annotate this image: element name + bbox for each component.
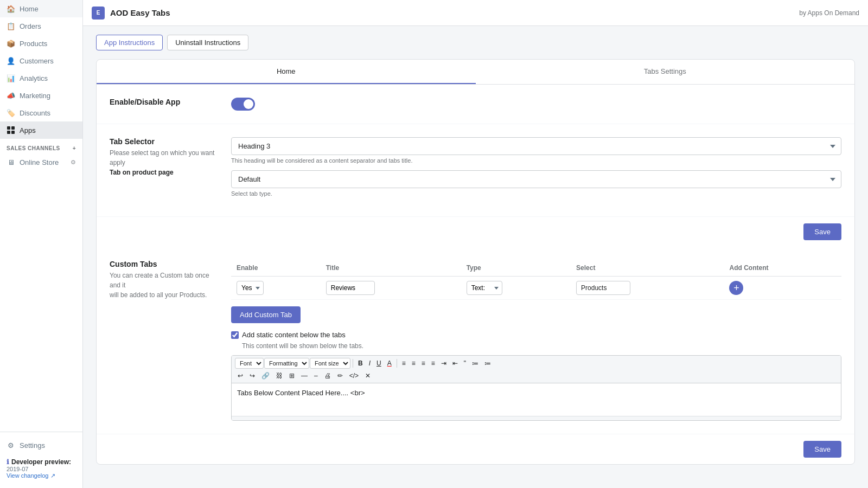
sidebar-item-label-apps: Apps bbox=[20, 126, 36, 134]
rte-font-dropdown[interactable]: Font bbox=[235, 358, 264, 369]
app-title: AOD Easy Tabs bbox=[110, 8, 170, 17]
custom-tabs-left: Custom Tabs You can create a Custom tab … bbox=[110, 260, 218, 421]
rte-divider-2 bbox=[397, 359, 397, 368]
main-content: E AOD Easy Tabs by Apps On Demand App In… bbox=[83, 0, 868, 488]
sidebar-item-label-products: Products bbox=[20, 40, 47, 48]
rte-align-justify-button[interactable]: ≡ bbox=[429, 358, 438, 368]
custom-tabs-title: Custom Tabs bbox=[110, 260, 218, 268]
col-type: Type bbox=[461, 260, 571, 277]
developer-preview: ℹ Developer preview: 2019-07 View change… bbox=[0, 454, 82, 484]
static-content-label[interactable]: Add static content below the tabs bbox=[242, 331, 346, 339]
sales-channels-label: SALES CHANNELS bbox=[7, 145, 60, 151]
main-card: Home Tabs Settings Enable/Disable App bbox=[96, 59, 855, 465]
static-content-checkbox-row: Add static content below the tabs bbox=[231, 331, 841, 339]
sidebar-item-online-store[interactable]: 🖥 Online Store ⚙ bbox=[0, 153, 82, 171]
rte-source-button[interactable]: </> bbox=[347, 371, 361, 381]
sidebar-item-discounts[interactable]: 🏷️ Discounts bbox=[0, 104, 82, 121]
type-select-group: Default Accordion Vertical Select tab ty… bbox=[231, 170, 841, 197]
tab-home[interactable]: Home bbox=[97, 60, 476, 84]
rte-hr-button[interactable]: — bbox=[298, 371, 310, 381]
online-store-gear-icon[interactable]: ⚙ bbox=[71, 159, 76, 166]
rte-underline-button[interactable]: U bbox=[374, 358, 384, 368]
rte-ul-button[interactable]: ≔ bbox=[469, 358, 481, 368]
rte-color-button[interactable]: A bbox=[385, 358, 394, 368]
save-button[interactable]: Save bbox=[803, 223, 841, 240]
svg-rect-0 bbox=[7, 126, 10, 130]
sidebar-item-settings[interactable]: ⚙ Settings bbox=[0, 436, 82, 454]
custom-tabs-section: Custom Tabs You can create a Custom tab … bbox=[97, 247, 854, 434]
row-select-field: Products bbox=[576, 281, 630, 295]
rte-align-center-button[interactable]: ≡ bbox=[409, 358, 418, 368]
custom-tabs-table: Enable Title Type Select Add Content bbox=[231, 260, 841, 300]
marketing-icon: 📣 bbox=[7, 91, 15, 100]
rte-undo-button[interactable]: ↩ bbox=[235, 371, 246, 381]
sidebar-item-products[interactable]: 📦 Products bbox=[0, 35, 82, 52]
rte-ol-button[interactable]: ≔ bbox=[482, 358, 494, 368]
enable-toggle[interactable] bbox=[231, 98, 255, 111]
rte-formatting-dropdown[interactable]: Formatting bbox=[264, 358, 309, 369]
sidebar-item-apps[interactable]: Apps bbox=[0, 121, 82, 139]
rte-fontsize-dropdown[interactable]: Font size bbox=[310, 358, 350, 369]
app-instructions-button[interactable]: App Instructions bbox=[96, 35, 163, 50]
rte-remove-button[interactable]: ✕ bbox=[362, 371, 373, 381]
sidebar-item-analytics[interactable]: 📊 Analytics bbox=[0, 69, 82, 87]
rte-bold-button[interactable]: B bbox=[355, 358, 366, 368]
uninstall-instructions-button[interactable]: Uninstall Instructions bbox=[167, 35, 248, 50]
rte-outdent-button[interactable]: ⇤ bbox=[450, 358, 461, 368]
rte-link-button[interactable]: 🔗 bbox=[259, 371, 272, 381]
settings-icon: ⚙ bbox=[7, 441, 15, 450]
custom-tabs-desc: You can create a Custom tab once and it … bbox=[110, 271, 218, 300]
custom-tabs-table-head: Enable Title Type Select Add Content bbox=[231, 260, 841, 277]
row-type-cell: Text: Page: HTML: bbox=[461, 277, 571, 300]
static-content-checkbox[interactable] bbox=[231, 331, 239, 339]
view-changelog-link[interactable]: View changelog ↗ bbox=[7, 472, 55, 479]
topbar: E AOD Easy Tabs by Apps On Demand bbox=[83, 0, 868, 26]
toggle-wrapper bbox=[231, 98, 841, 111]
tab-tabs-settings[interactable]: Tabs Settings bbox=[476, 60, 855, 84]
tab-selector-title: Tab Selector bbox=[110, 137, 218, 146]
custom-tabs-header: Custom Tabs You can create a Custom tab … bbox=[110, 260, 841, 421]
svg-rect-2 bbox=[7, 131, 10, 134]
sidebar-item-label-marketing: Marketing bbox=[20, 92, 50, 100]
sidebar-item-label-analytics: Analytics bbox=[20, 74, 48, 82]
rte-dash-button[interactable]: – bbox=[311, 371, 321, 381]
rte-table-button[interactable]: ⊞ bbox=[286, 371, 297, 381]
rte-eraser-button[interactable]: ✏ bbox=[335, 371, 346, 381]
row-type-select[interactable]: Text: Page: HTML: bbox=[467, 281, 502, 295]
rte-toolbar: Font Formatting Font size bbox=[232, 356, 841, 383]
enable-section-title: Enable/Disable App bbox=[110, 98, 218, 106]
rich-text-editor: Font Formatting Font size bbox=[231, 355, 841, 421]
heading-select[interactable]: Heading 1 Heading 2 Heading 3 Heading 4 … bbox=[231, 137, 841, 155]
rte-resizer[interactable] bbox=[232, 416, 841, 420]
type-select[interactable]: Default Accordion Vertical bbox=[231, 170, 841, 188]
sidebar-item-marketing[interactable]: 📣 Marketing bbox=[0, 87, 82, 104]
sidebar-item-orders[interactable]: 📋 Orders bbox=[0, 17, 82, 35]
col-select: Select bbox=[571, 260, 724, 277]
rte-align-buttons: ≡ ≡ ≡ ≡ ⇥ ⇤ " ≔ ≔ bbox=[399, 358, 494, 368]
row-enable-cell: Yes No bbox=[231, 277, 321, 300]
add-content-button[interactable]: + bbox=[729, 281, 743, 295]
save-bottom-row: Save bbox=[97, 434, 854, 464]
add-sales-channel-icon[interactable]: + bbox=[73, 145, 76, 151]
rte-align-left-button[interactable]: ≡ bbox=[399, 358, 409, 368]
sidebar-item-home[interactable]: 🏠 Home bbox=[0, 0, 82, 17]
rte-italic-button[interactable]: I bbox=[366, 358, 373, 368]
static-content-hint: This content will be shown below the tab… bbox=[242, 342, 841, 350]
save-bottom-button[interactable]: Save bbox=[803, 441, 841, 458]
rte-indent-button[interactable]: ⇥ bbox=[438, 358, 449, 368]
rte-print-button[interactable]: 🖨 bbox=[322, 371, 334, 381]
add-custom-tab-button[interactable]: Add Custom Tab bbox=[231, 306, 301, 323]
rte-unlink-button[interactable]: ⛓ bbox=[273, 371, 285, 381]
row-add-content-cell: + bbox=[724, 277, 841, 300]
sidebar-item-customers[interactable]: 👤 Customers bbox=[0, 52, 82, 69]
row-enable-select[interactable]: Yes No bbox=[237, 281, 264, 295]
sidebar-item-label-orders: Orders bbox=[20, 22, 41, 30]
svg-rect-3 bbox=[11, 131, 15, 134]
sidebar-nav: 🏠 Home 📋 Orders 📦 Products 👤 Customers 📊… bbox=[0, 0, 82, 139]
tab-selector-section: Tab Selector Please select tag on which … bbox=[97, 124, 854, 217]
rte-content[interactable]: Tabs Below Content Placed Here.... <br> bbox=[232, 383, 841, 416]
rte-align-right-button[interactable]: ≡ bbox=[419, 358, 428, 368]
rte-redo-button[interactable]: ↪ bbox=[247, 371, 258, 381]
rte-blockquote-button[interactable]: " bbox=[461, 358, 469, 368]
row-title-input[interactable] bbox=[326, 281, 375, 295]
